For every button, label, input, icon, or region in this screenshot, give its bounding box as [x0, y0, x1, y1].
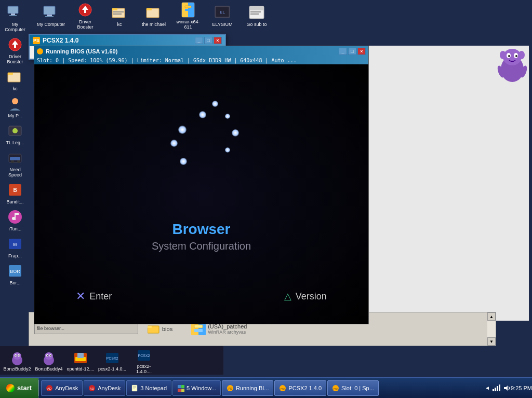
svg-rect-92	[178, 385, 181, 388]
net-bar-2	[495, 388, 496, 391]
pcsx2-maximize-button[interactable]: □	[204, 37, 212, 44]
svg-rect-1	[47, 15, 52, 16]
sidebar-icon-driver-booster[interactable]: Driver Booster	[2, 35, 29, 66]
bios-dot-top	[199, 111, 206, 118]
winrar-file-info: (USA)_patched WinRAR archyvas	[208, 323, 247, 335]
bios-menu-items: Browser System Configuration	[152, 221, 251, 252]
enter-label: Enter	[89, 291, 112, 302]
sidebar-icon-itun[interactable]: iTun...	[2, 207, 29, 233]
net-bar-4	[499, 385, 500, 391]
bandit-icon: B	[7, 182, 23, 198]
taskbar-slot-info[interactable]: PS2 Slot: 0 | Sp...	[327, 380, 379, 396]
net-bar-3	[497, 386, 498, 391]
taskbar-tray-arrow[interactable]: ◄	[482, 378, 493, 398]
net-bar-1	[493, 389, 494, 391]
top-icon-elysium[interactable]: EL ELYSIUM	[208, 4, 237, 27]
svg-rect-34	[10, 157, 20, 160]
top-icon-kc[interactable]: kc	[105, 4, 134, 27]
bonzi-buddy4-icon[interactable]: BonziBuddy4	[34, 350, 63, 372]
bios-dot-left-bottom	[170, 140, 178, 147]
svg-rect-60	[194, 329, 203, 332]
pcsx2-close-button[interactable]: ×	[214, 37, 222, 44]
game-minimize-button[interactable]: _	[339, 48, 347, 55]
sidebar-icon-bor[interactable]: BOR Bor...	[2, 261, 29, 287]
running-bios-icon: PS	[227, 385, 234, 392]
scrollbar-down-button[interactable]: ▼	[487, 337, 496, 346]
pcsx2-1-icon[interactable]: PCSX2 pcsx2-1.4.0...	[98, 350, 127, 372]
taskbar-windows[interactable]: 5 Window...	[172, 380, 221, 396]
top-icon-winrar[interactable]: winrar-x64-611	[174, 2, 203, 30]
pcsx2-taskbar-icon: PS2	[279, 385, 286, 392]
game-titlebar[interactable]: Running BIOS (USA v1.60) _ □ ×	[34, 46, 368, 57]
top-taskbar: My Computer Driver Booster kc	[31, 0, 532, 31]
svg-point-48	[518, 51, 525, 59]
scrollbar-up-button[interactable]: ▲	[487, 312, 496, 321]
top-icon-the-michael[interactable]: the michael	[139, 4, 168, 27]
bios-dots-container	[144, 80, 259, 194]
start-button[interactable]: start	[0, 378, 38, 398]
svg-text:AD: AD	[90, 387, 95, 390]
svg-rect-9	[147, 8, 152, 10]
notepad-label: 3 Notepad	[140, 385, 167, 391]
sidebar-icon-need-speed[interactable]: Need Speed	[2, 148, 29, 179]
top-icon-label: My Computer	[37, 22, 65, 27]
pcsx2-titlebar[interactable]: PS PCSX2 1.4.0 _ □ ×	[30, 35, 225, 46]
svg-rect-22	[8, 6, 18, 13]
top-icon-go-sub-to[interactable]: Go sub to	[242, 4, 271, 27]
svg-text:BOR: BOR	[10, 269, 20, 274]
pcsx2-title-text: PCSX2 1.4.0	[43, 37, 78, 44]
taskbar-notepad[interactable]: 3 Notepad	[126, 380, 171, 396]
pcsx2-window-controls: _ □ ×	[195, 37, 222, 44]
taskbar-running-bios[interactable]: PS Running BI...	[222, 380, 274, 396]
sidebar-icon-myp[interactable]: My P...	[2, 94, 29, 120]
bios-dot-right-top	[225, 114, 230, 119]
svg-point-76	[50, 355, 51, 356]
svg-text:99: 99	[13, 242, 18, 247]
svg-point-75	[47, 355, 48, 356]
sidebar-icon-kc[interactable]: kc	[2, 67, 29, 93]
myp-icon	[7, 95, 23, 112]
sidebar-icon-bandit[interactable]: B Bandit...	[2, 180, 29, 206]
game-close-button[interactable]: ×	[357, 48, 366, 55]
anydesk1-label: AnyDesk	[55, 385, 78, 391]
svg-point-67	[16, 355, 17, 356]
pcsx2-2-icon[interactable]: PCSX2 pcsx2-1.4.0....	[129, 347, 158, 374]
sidebar-icon-my-computer[interactable]: My Computer	[2, 3, 29, 34]
svg-rect-91	[133, 389, 135, 389]
game-maximize-button[interactable]: □	[348, 48, 356, 55]
svg-point-52	[515, 55, 517, 57]
winrar-file-icon	[191, 323, 206, 335]
bonzi4-img	[41, 350, 57, 366]
taskbar-anydesk1[interactable]: AD AnyDesk	[41, 380, 83, 396]
svg-rect-27	[8, 73, 13, 75]
svg-rect-19	[249, 6, 264, 10]
bios-buttons-row: ✕ Enter △ Version	[76, 290, 326, 303]
top-icon-driver-booster[interactable]: Driver Booster	[71, 2, 100, 30]
fraps-icon: 99	[7, 236, 23, 252]
top-icon-label: winrar-x64-611	[174, 19, 203, 30]
svg-point-51	[508, 55, 510, 57]
running-bios-label: Running BI...	[236, 385, 269, 391]
sidebar-icon-tl-leg[interactable]: TL Leg...	[2, 121, 29, 147]
volume-icon	[503, 385, 511, 392]
bios-enter-btn: ✕ Enter	[76, 290, 112, 303]
pcsx2-minimize-button[interactable]: _	[195, 37, 203, 44]
top-icon-label: Driver Booster	[71, 19, 100, 30]
svg-text:EL: EL	[220, 10, 225, 15]
pcsx2-title-icon: PS	[33, 37, 40, 44]
top-icon-my-computer[interactable]: My Computer	[36, 4, 65, 27]
svg-rect-14	[185, 9, 191, 11]
taskbar-pcsx2[interactable]: PS2 PCSX2 1.4.0	[274, 380, 326, 396]
need-speed-icon	[7, 149, 23, 166]
bios-browser-text: Browser	[152, 221, 251, 238]
taskbar-anydesk2[interactable]: AD AnyDesk	[84, 380, 125, 396]
file-scrollbar[interactable]: ▲ ▼	[487, 312, 496, 346]
bonzi-buddy2-icon[interactable]: BonziBuddy2	[3, 350, 32, 372]
pcsx2-2-img: PCSX2	[136, 347, 152, 364]
svg-text:PCSX2: PCSX2	[107, 356, 118, 360]
openttd-icon[interactable]: openttd-12....	[66, 350, 95, 372]
address-bar[interactable]: file browser...	[34, 324, 138, 334]
bios-system-config-text: System Configuration	[152, 240, 251, 252]
kc-icon	[111, 4, 128, 21]
sidebar-icon-frap[interactable]: 99 Frap...	[2, 234, 29, 260]
